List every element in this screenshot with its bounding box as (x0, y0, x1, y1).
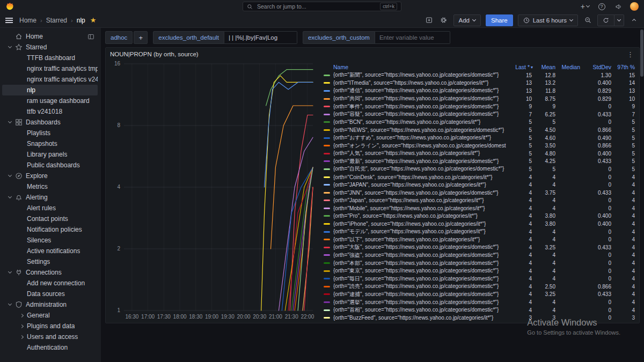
legend-row[interactable]: {orth="本部", source="https://news.yahoo.c… (324, 259, 636, 267)
sidebar-item-nlp[interactable]: nlp (2, 85, 98, 95)
sidebar-item-starred[interactable]: Starred (2, 42, 98, 53)
new-menu-button[interactable]: + (580, 2, 590, 11)
sidebar-item-nginx-traffic-analytics-tmp-c[interactable]: nginx traffic analytics tmp C... (2, 63, 98, 74)
legend-col-median[interactable]: Median (557, 64, 581, 70)
sidebar-item-add-new-connection[interactable]: Add new connection (2, 278, 98, 289)
sidebar-item-settings[interactable]: Settings (2, 256, 98, 267)
legend-row[interactable]: {orth="首相", source="https://news.yahoo.c… (324, 306, 636, 314)
sidebar-item-public-dashboards[interactable]: Public dashboards (2, 160, 98, 171)
legend-row[interactable]: {orth="CoinDesk", source="https://news.y… (324, 173, 636, 181)
share-button[interactable]: Share (486, 14, 513, 26)
series-name: {orth="容疑", source="https://news.yahoo.c… (333, 110, 506, 118)
legend-row[interactable]: {orth="BCN", source="https://news.yahoo.… (324, 119, 636, 127)
legend-row[interactable]: {orth="NEWS", source="https://news.yahoo… (324, 126, 636, 134)
legend-row[interactable]: {orth="JAPAN", source="https://news.yaho… (324, 181, 636, 189)
sidebar-item-notification-policies[interactable]: Notification policies (2, 224, 98, 235)
legend-row[interactable]: {orth="iPhone", source="https://news.yah… (324, 220, 636, 228)
refresh-interval-dropdown[interactable] (614, 14, 624, 26)
breadcrumb-home[interactable]: Home (19, 17, 36, 24)
legend-row[interactable]: {orth="以下", source="https://news.yahoo.c… (324, 235, 636, 243)
legend-col-name[interactable]: Name (333, 64, 506, 70)
news-button[interactable] (613, 2, 623, 11)
sidebar-item-nginx-traffic-analytics-v241015[interactable]: nginx traffic analytics v241015 (2, 74, 98, 85)
sidebar-item-administration[interactable]: Administration (2, 299, 98, 310)
add-panel-icon[interactable] (425, 16, 434, 25)
sidebar-item-ttfb-dashboard[interactable]: TTFB dashboard (2, 53, 98, 63)
legend-col-last[interactable]: Last *▾ (506, 64, 533, 70)
legend-row[interactable]: {orth="Mobile", source="https://news.yah… (324, 204, 636, 212)
sidebar-item-silences[interactable]: Silences (2, 235, 98, 246)
sidebar-item-general[interactable]: General (2, 310, 98, 321)
legend-row[interactable]: {orth="通信", source="https://news.yahoo.c… (324, 87, 636, 95)
global-search[interactable]: ctrl+k (243, 2, 401, 11)
sidebar-item-ttfb-v241018[interactable]: ttfb v241018 (2, 106, 98, 117)
legend-row[interactable]: {orth="新聞", source="https://news.yahoo.c… (324, 71, 636, 79)
sidebar-item-dashboards[interactable]: Dashboards (2, 117, 98, 128)
search-input[interactable] (256, 3, 377, 10)
legend-row[interactable]: {orth="選挙", source="https://news.yahoo.c… (324, 298, 636, 306)
legend-row[interactable]: {orth="BuzzFeed", source="https://news.y… (324, 314, 636, 322)
sidebar-item-ram-usage-dashboard[interactable]: ram usage dashboard (2, 95, 98, 106)
legend-row[interactable]: {orth="Pro", source="https://news.yahoo.… (324, 212, 636, 220)
sidebar-item-library-panels[interactable]: Library panels (2, 149, 98, 160)
sidebar-item-alert-rules[interactable]: Alert rules (2, 203, 98, 213)
legend-col-p97[interactable]: 97th % (612, 64, 636, 70)
svg-text:21:30: 21:30 (285, 314, 298, 320)
collapse-toolbar-button[interactable] (629, 16, 639, 25)
legend-row[interactable]: {orth="JNN", source="https://news.yahoo.… (324, 189, 636, 197)
legend-row[interactable]: {orth="自民党", source="https://news.yahoo.… (324, 165, 636, 173)
scrollbar[interactable] (640, 29, 643, 77)
timeseries-chart[interactable]: 16:3017:0017:3018:0018:3019:0019:3020:00… (109, 61, 319, 323)
breadcrumb-starred[interactable]: Starred (46, 17, 67, 24)
sidebar-item-authentication[interactable]: Authentication (2, 342, 98, 353)
time-range-picker[interactable]: Last 6 hours (518, 14, 578, 26)
grafana-logo[interactable] (5, 2, 14, 11)
legend-col-mean[interactable]: Mean (533, 64, 557, 70)
legend-row[interactable]: {orth="ITmedia", source="https://news.ya… (324, 79, 636, 87)
sidebar-item-active-notifications[interactable]: Active notifications (2, 246, 98, 256)
legend-row[interactable]: {orth="モデル", source="https://news.yahoo.… (324, 228, 636, 236)
add-button[interactable]: Add (453, 14, 481, 26)
legend-col-stddev[interactable]: StdDev (581, 64, 612, 70)
sidebar-item-alerting[interactable]: Alerting (2, 192, 98, 203)
legend-row[interactable]: {orth="最新", source="https://news.yahoo.c… (324, 158, 636, 166)
legend-row[interactable]: {orth="事件", source="https://news.yahoo.c… (324, 102, 636, 110)
sidebar-item-users-and-access[interactable]: Users and access (2, 331, 98, 342)
series-stddev-value: 0.490 (581, 135, 612, 141)
mega-menu-toggle[interactable] (5, 16, 14, 25)
sidebar-item-plugins-and-data[interactable]: Plugins and data (2, 321, 98, 331)
sidebar-item-snapshots[interactable]: Snapshots (2, 138, 98, 149)
legend-row[interactable]: {orth="オンライン", source="https://news.yaho… (324, 142, 636, 150)
legend-row[interactable]: {orth="読売", source="https://news.yahoo.c… (324, 283, 636, 291)
adhoc-add-filter-button[interactable]: + (134, 31, 148, 44)
dock-sidebar-icon[interactable] (87, 33, 94, 40)
legend-row[interactable]: {orth="Japan", source="https://news.yaho… (324, 197, 636, 205)
legend-row[interactable]: {orth="毎日", source="https://news.yahoo.c… (324, 275, 636, 283)
panel-header[interactable]: NOUN|PROPN (by orth, source) ⋮ (106, 48, 639, 61)
sidebar-item-data-sources[interactable]: Data sources (2, 289, 98, 299)
sidebar-item-playlists[interactable]: Playlists (2, 128, 98, 138)
variable-input-excludes-orth-custom[interactable] (375, 31, 450, 44)
panel-menu-icon[interactable]: ⋮ (626, 51, 635, 58)
legend-row[interactable]: {orth="東京", source="https://news.yahoo.c… (324, 267, 636, 275)
legend-row[interactable]: {orth="強盗", source="https://news.yahoo.c… (324, 252, 636, 260)
sidebar-item-metrics[interactable]: Metrics (2, 181, 98, 192)
dashboard-settings-icon[interactable] (439, 16, 449, 25)
legend-row[interactable]: {orth="共同", source="https://news.yahoo.c… (324, 95, 636, 103)
series-last-value: 4 (506, 190, 533, 196)
zoom-out-icon[interactable] (583, 16, 592, 25)
sidebar-item-explore[interactable]: Explore (2, 171, 98, 181)
sidebar-item-contact-points[interactable]: Contact points (2, 213, 98, 224)
refresh-button[interactable] (597, 14, 614, 26)
sidebar-item-connections[interactable]: Connections (2, 267, 98, 278)
variable-input-excludes-orth-default[interactable] (224, 31, 297, 44)
legend-row[interactable]: {orth="人気", source="https://news.yahoo.c… (324, 150, 636, 158)
legend-row[interactable]: {orth="大阪", source="https://news.yahoo.c… (324, 243, 636, 252)
sidebar-item-home[interactable]: Home (2, 31, 98, 42)
legend-row[interactable]: {orth="おすすめ", source="https://news.yahoo… (324, 134, 636, 142)
help-button[interactable]: ? (597, 2, 606, 11)
user-avatar[interactable] (630, 2, 639, 11)
favorite-star-icon[interactable]: ★ (90, 16, 97, 24)
legend-row[interactable]: {orth="逮捕", source="https://news.yahoo.c… (324, 291, 636, 299)
legend-row[interactable]: {orth="容疑", source="https://news.yahoo.c… (324, 110, 636, 119)
